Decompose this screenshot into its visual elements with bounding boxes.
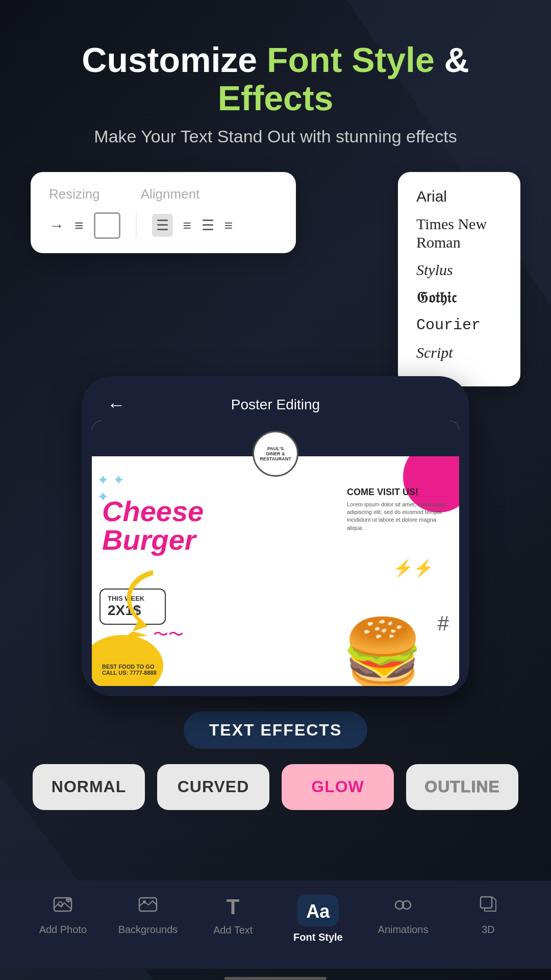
- yellow-arrow-decoration: [112, 560, 204, 642]
- back-button[interactable]: ←: [107, 394, 126, 415]
- font-times-new-roman[interactable]: Times NewRoman: [416, 215, 502, 252]
- text-effects-section: TEXT EFFECTS NORMAL CURVED GLOW OUTLINE: [0, 696, 551, 810]
- poster-yellow-blob: [92, 635, 163, 686]
- divider: [136, 213, 137, 238]
- font-script[interactable]: Script: [416, 344, 502, 362]
- toolbar-area: Resizing Alignment → ≡ ☰ ≡ ☰ ≡ Arial Tim…: [0, 162, 551, 386]
- effect-curved-button[interactable]: CURVED: [157, 764, 269, 810]
- text-effects-badge: TEXT EFFECTS: [184, 712, 367, 749]
- title-green1: Font Style: [267, 40, 435, 79]
- poster-visit-section: COME VISIT US! Lorem ipsum dolor sit ame…: [347, 487, 449, 532]
- poster-top-bar: PAUL'SDINER &RESTAURANT: [92, 421, 459, 456]
- poster-best-food: BEST FOOD TO GO: [102, 664, 157, 670]
- effect-outline-button[interactable]: OUTLINE: [406, 764, 518, 810]
- poster-bottom-info: BEST FOOD TO GO CALL US: 7777-8888: [102, 664, 157, 676]
- align-right-icon[interactable]: ☰: [202, 217, 214, 234]
- backgrounds-icon: [138, 895, 158, 919]
- nav-item-font-style[interactable]: Aa Font Style: [276, 895, 361, 943]
- add-photo-icon: [53, 895, 72, 919]
- header-section: Customize Font Style & Effects Make Your…: [0, 0, 551, 162]
- poster-visit-title: COME VISIT US!: [347, 487, 449, 498]
- animations-label: Animations: [378, 924, 429, 936]
- resizing-alignment-panel: Resizing Alignment → ≡ ☰ ≡ ☰ ≡: [31, 172, 296, 253]
- font-gothic[interactable]: 𝔊𝔬𝔱𝔥𝔦𝔠: [416, 288, 502, 307]
- nav-item-3d[interactable]: 3D: [445, 895, 531, 936]
- poster-burger-image: 🍔: [296, 543, 459, 686]
- font-style-active-bg: Aa: [297, 895, 339, 926]
- bottom-nav: Add Photo Backgrounds T Add Text Aa Font…: [0, 880, 551, 969]
- poster-call: CALL US: 7777-8888: [102, 670, 157, 676]
- svg-point-7: [143, 900, 146, 903]
- arrow-right-icon[interactable]: →: [49, 217, 64, 234]
- animations-icon: [393, 895, 413, 919]
- poster: PAUL'SDINER &RESTAURANT ✦ ✦✦ CheeseBurge…: [92, 421, 459, 686]
- alignment-label: Alignment: [141, 186, 200, 202]
- align-justify-icon[interactable]: ≡: [224, 217, 233, 234]
- title-plain2: &: [435, 40, 469, 79]
- header-title: Customize Font Style & Effects: [31, 41, 520, 117]
- add-text-icon: T: [227, 895, 240, 919]
- phone-top-bar: ← Poster Editing: [92, 386, 459, 421]
- font-courier[interactable]: Courier: [416, 316, 502, 334]
- font-stylus[interactable]: Stylus: [416, 261, 502, 279]
- svg-marker-0: [122, 631, 148, 639]
- font-list-panel: Arial Times NewRoman Stylus 𝔊𝔬𝔱𝔥𝔦𝔠 Couri…: [398, 172, 520, 386]
- nav-item-animations[interactable]: Animations: [361, 895, 446, 936]
- title-green2: Effects: [218, 79, 334, 117]
- font-style-icon: Aa: [306, 901, 330, 922]
- toolbar-controls: → ≡ ☰ ≡ ☰ ≡: [49, 212, 278, 239]
- font-style-label: Font Style: [293, 932, 343, 943]
- nav-item-backgrounds[interactable]: Backgrounds: [106, 895, 191, 936]
- 3d-label: 3D: [482, 924, 495, 936]
- resize-box-icon[interactable]: [94, 212, 120, 239]
- poster-cheese-burger-text: CheeseBurger: [102, 497, 204, 554]
- nav-item-add-photo[interactable]: Add Photo: [20, 895, 106, 936]
- home-indicator: [224, 977, 327, 980]
- poster-logo: PAUL'SDINER &RESTAURANT: [253, 431, 298, 477]
- add-photo-label: Add Photo: [39, 924, 87, 936]
- phone-title: Poster Editing: [231, 397, 320, 413]
- phone-wrapper: ← Poster Editing PAUL'SDINER &RESTAURANT: [82, 376, 469, 696]
- header-subtitle: Make Your Text Stand Out with stunning e…: [31, 127, 520, 146]
- add-text-label: Add Text: [213, 924, 253, 936]
- lines-icon[interactable]: ≡: [74, 217, 84, 234]
- poster-visit-text: Lorem ipsum dolor sit amet, consectetur …: [347, 501, 449, 532]
- 3d-icon: [479, 895, 498, 919]
- align-left-active-icon[interactable]: ☰: [152, 214, 173, 237]
- effects-row: NORMAL CURVED GLOW OUTLINE: [31, 764, 520, 810]
- effect-glow-button[interactable]: GLOW: [282, 764, 394, 810]
- nav-item-add-text[interactable]: T Add Text: [190, 895, 276, 936]
- backgrounds-label: Backgrounds: [118, 924, 178, 936]
- title-plain1: Customize: [82, 40, 267, 79]
- resizing-label: Resizing: [49, 186, 100, 202]
- svg-rect-10: [481, 897, 492, 908]
- align-center-icon[interactable]: ≡: [183, 217, 191, 234]
- font-arial[interactable]: Arial: [416, 187, 502, 206]
- effect-normal-button[interactable]: NORMAL: [33, 764, 145, 810]
- phone-frame: ← Poster Editing PAUL'SDINER &RESTAURANT: [82, 376, 469, 696]
